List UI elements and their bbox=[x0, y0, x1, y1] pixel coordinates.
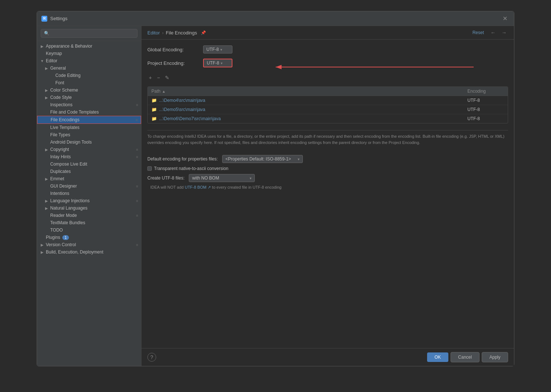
search-bar bbox=[37, 26, 141, 41]
sidebar-item-version-control[interactable]: ▶Version Control≡ bbox=[37, 241, 141, 248]
create-utf8-label: Create UTF-8 files: bbox=[147, 175, 184, 181]
bottom-section: Default encoding for properties files: <… bbox=[147, 155, 508, 190]
row-encoding-2: UTF-8 bbox=[464, 114, 508, 123]
sidebar-item-plugins[interactable]: Plugins1 bbox=[37, 234, 141, 241]
sidebar-item-inlay-hints[interactable]: Inlay Hints≡ bbox=[37, 153, 141, 160]
expand-arrow-copyright: ▶ bbox=[44, 147, 49, 152]
global-encoding-label: Global Encoding: bbox=[147, 47, 199, 52]
sidebar-item-gui-designer[interactable]: GUI Designer≡ bbox=[37, 182, 141, 190]
sidebar-item-intentions[interactable]: Intentions bbox=[37, 190, 141, 197]
sidebar-item-color-scheme[interactable]: ▶Color Scheme bbox=[37, 86, 141, 94]
folder-icon-1: 📁 bbox=[151, 107, 157, 112]
remove-button[interactable]: − bbox=[155, 74, 161, 81]
sidebar-label-intentions: Intentions bbox=[50, 191, 69, 196]
sidebar-item-editor[interactable]: ▼Editor bbox=[37, 57, 141, 64]
expand-arrow-color-scheme: ▶ bbox=[44, 88, 49, 92]
sidebar-item-build-exec-deploy[interactable]: ▶Build, Execution, Deployment bbox=[37, 248, 141, 256]
dialog-title: Settings bbox=[50, 16, 500, 21]
dialog-footer: ? OK Cancel Apply bbox=[142, 348, 514, 366]
sidebar-item-code-style[interactable]: ▶Code Style bbox=[37, 94, 141, 101]
ok-button[interactable]: OK bbox=[427, 352, 448, 362]
pin-icon: 📌 bbox=[201, 30, 206, 35]
sidebar-label-emmet: Emmet bbox=[50, 176, 64, 181]
default-encoding-row: Default encoding for properties files: <… bbox=[147, 155, 508, 163]
sidebar-item-todo[interactable]: TODO bbox=[37, 226, 141, 234]
sidebar-item-keymap[interactable]: Keymap bbox=[37, 50, 141, 57]
sidebar-item-font[interactable]: Font bbox=[37, 79, 141, 86]
sidebar-label-keymap: Keymap bbox=[46, 51, 62, 56]
transparent-ascii-row: Transparent native-to-ascii conversion bbox=[147, 166, 508, 171]
sidebar-label-editor: Editor bbox=[46, 58, 57, 63]
main-panel: Global Encoding: UTF-8 ▾ Project Encodin… bbox=[142, 40, 514, 348]
reset-button[interactable]: Reset bbox=[470, 29, 486, 36]
help-button[interactable]: ? bbox=[147, 353, 156, 362]
table-row[interactable]: 📁...\Demo6\Demo7\src\main\javaUTF-8 bbox=[148, 114, 508, 123]
add-button[interactable]: + bbox=[147, 74, 153, 81]
breadcrumb-sep: › bbox=[162, 30, 164, 36]
create-utf8-arrow: ▾ bbox=[250, 176, 251, 180]
title-bar: 🛠 Settings ✕ bbox=[37, 11, 514, 26]
sidebar-item-textmate-bundles[interactable]: TextMate Bundles bbox=[37, 219, 141, 226]
close-button[interactable]: ✕ bbox=[500, 14, 510, 23]
table-row[interactable]: 📁...\Demo4\src\main\javaUTF-8 bbox=[148, 96, 508, 105]
sidebar-label-android-design-tools: Android Design Tools bbox=[50, 140, 92, 145]
sidebar-item-file-code-templates[interactable]: File and Code Templates bbox=[37, 108, 141, 116]
global-encoding-select[interactable]: UTF-8 ▾ bbox=[203, 45, 232, 53]
sidebar-item-code-editing[interactable]: Code Editing bbox=[37, 72, 141, 79]
main-header: Editor › File Encodings 📌 Reset ← → bbox=[142, 26, 514, 40]
expand-arrow-emmet: ▶ bbox=[44, 177, 49, 181]
folder-icon-2: 📁 bbox=[151, 116, 157, 121]
cancel-button[interactable]: Cancel bbox=[451, 352, 480, 362]
indicator-file-encodings: ≡ bbox=[136, 118, 138, 122]
bom-link[interactable]: UTF-8 BOM ↗ bbox=[185, 185, 211, 189]
create-utf8-row: Create UTF-8 files: with NO BOM ▾ bbox=[147, 174, 508, 182]
nav-forward-button[interactable]: → bbox=[500, 29, 508, 36]
sidebar-label-general: General bbox=[50, 66, 66, 71]
sidebar-item-file-types[interactable]: File Types bbox=[37, 131, 141, 138]
sidebar-item-file-encodings[interactable]: File Encodings≡ bbox=[37, 116, 141, 124]
sidebar-item-compose-live-edit[interactable]: Compose Live Edit bbox=[37, 160, 141, 168]
sidebar-label-appearance: Appearance & Behavior bbox=[46, 44, 92, 49]
search-input[interactable] bbox=[41, 29, 137, 38]
sidebar-item-language-injections[interactable]: ▶Language Injections≡ bbox=[37, 197, 141, 204]
sidebar-item-android-design-tools[interactable]: Android Design Tools bbox=[37, 138, 141, 146]
sidebar-item-inspections[interactable]: Inspections≡ bbox=[37, 101, 141, 108]
nav-back-button[interactable]: ← bbox=[489, 29, 497, 36]
path-text-0: ...\Demo4\src\main\java bbox=[159, 98, 205, 103]
project-encoding-label: Project Encoding: bbox=[147, 60, 199, 66]
sidebar-label-build-exec-deploy: Build, Execution, Deployment bbox=[46, 249, 103, 255]
default-encoding-value: <Properties Default: ISO-8859-1> bbox=[225, 156, 291, 162]
breadcrumb-current: File Encodings bbox=[166, 30, 197, 36]
sidebar-item-reader-mode[interactable]: Reader Mode≡ bbox=[37, 212, 141, 219]
sidebar-item-duplicates[interactable]: Duplicates bbox=[37, 168, 141, 175]
indicator-reader-mode: ≡ bbox=[136, 214, 138, 218]
transparent-ascii-checkbox[interactable] bbox=[147, 166, 152, 171]
expand-arrow-version-control: ▶ bbox=[40, 243, 44, 247]
file-table: Path ▲ Encoding 📁...\Demo4\src\main\java… bbox=[147, 86, 508, 123]
sidebar-item-emmet[interactable]: ▶Emmet bbox=[37, 175, 141, 182]
sidebar-item-copyright[interactable]: ▶Copyright≡ bbox=[37, 146, 141, 153]
sidebar-item-natural-languages[interactable]: ▶Natural Languages bbox=[37, 204, 141, 212]
sidebar: ▶Appearance & BehaviorKeymap▼Editor▶Gene… bbox=[37, 26, 142, 366]
sidebar-tree: ▶Appearance & BehaviorKeymap▼Editor▶Gene… bbox=[37, 41, 141, 366]
sidebar-label-natural-languages: Natural Languages bbox=[50, 206, 87, 211]
apply-button[interactable]: Apply bbox=[482, 352, 508, 362]
sidebar-item-live-templates[interactable]: Live Templates bbox=[37, 124, 141, 131]
sidebar-label-language-injections: Language Injections bbox=[50, 198, 89, 203]
global-encoding-arrow: ▾ bbox=[220, 48, 222, 52]
create-utf8-select[interactable]: with NO BOM ▾ bbox=[189, 174, 255, 182]
path-text-2: ...\Demo6\Demo7\src\main\java bbox=[159, 116, 221, 121]
default-encoding-select[interactable]: <Properties Default: ISO-8859-1> ▾ bbox=[222, 155, 303, 163]
table-row[interactable]: 📁...\Demo5\src\main\javaUTF-8 bbox=[148, 105, 508, 114]
edit-button[interactable]: ✎ bbox=[164, 74, 171, 81]
project-encoding-select[interactable]: UTF-8 ▾ bbox=[203, 59, 232, 67]
sidebar-label-textmate-bundles: TextMate Bundles bbox=[50, 220, 85, 225]
col-header-encoding: Encoding bbox=[464, 87, 508, 96]
sidebar-item-general[interactable]: ▶General bbox=[37, 64, 141, 72]
col-path-sort: ▲ bbox=[162, 89, 166, 93]
indicator-copyright: ≡ bbox=[136, 148, 138, 152]
indicator-version-control: ≡ bbox=[136, 243, 138, 247]
row-path-1: 📁...\Demo5\src\main\java bbox=[148, 105, 464, 114]
sidebar-item-appearance[interactable]: ▶Appearance & Behavior bbox=[37, 42, 141, 50]
sidebar-label-gui-designer: GUI Designer bbox=[50, 184, 77, 189]
